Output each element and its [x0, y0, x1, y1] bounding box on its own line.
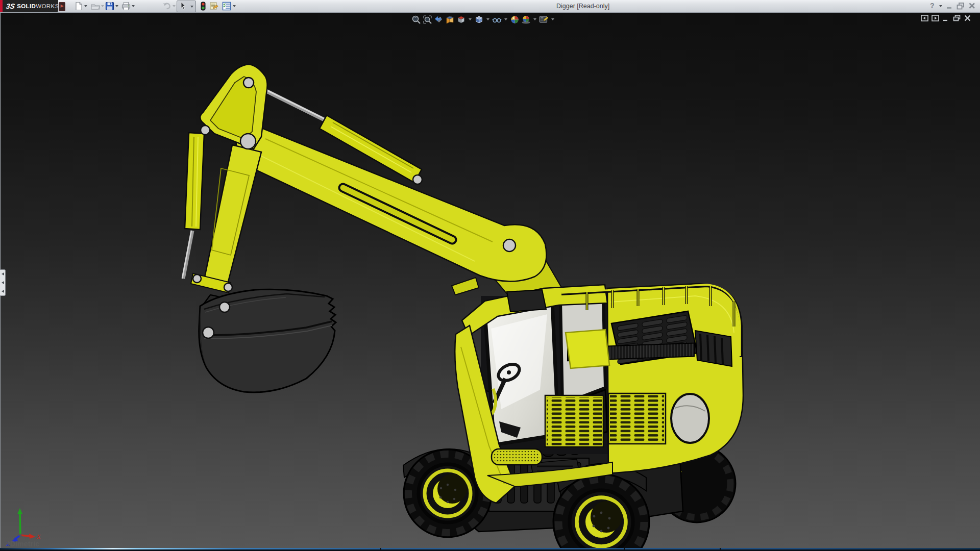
- select-cursor-icon: [179, 2, 187, 10]
- restore-button[interactable]: [957, 2, 965, 10]
- print-dropdown[interactable]: [132, 5, 135, 7]
- brand-bold: SOLID: [17, 3, 36, 9]
- help-button[interactable]: ?: [930, 2, 935, 10]
- solidworks-window: 3S SOLIDWORKS ▶: [0, 0, 980, 551]
- select-dropdown[interactable]: [190, 6, 193, 8]
- brand-light: WORKS: [36, 3, 59, 9]
- taskbar-top-edge[interactable]: [0, 548, 980, 551]
- sunroof-panel: [507, 290, 546, 312]
- traffic-light-icon[interactable]: [199, 2, 208, 11]
- options-list-icon[interactable]: [222, 2, 231, 11]
- taskbar-highlight-line: [0, 548, 980, 549]
- select-tool-active-box[interactable]: [177, 1, 196, 12]
- undo-dropdown: [173, 5, 176, 7]
- help-dropdown[interactable]: [939, 5, 942, 7]
- digger-3d-model[interactable]: [0, 12, 980, 548]
- rear-window: [671, 394, 709, 443]
- save-icon[interactable]: [105, 2, 114, 11]
- open-dropdown: [101, 5, 104, 7]
- open-folder-icon[interactable]: [91, 2, 100, 11]
- print-icon[interactable]: [121, 2, 131, 11]
- window-title: Digger [Read-only]: [556, 3, 609, 10]
- dipper-stick[interactable]: [200, 64, 267, 286]
- x-axis-arrow: [29, 534, 35, 539]
- view-orientation-label: *Dimetric: [7, 540, 39, 548]
- logo-red-stripe: [0, 0, 3, 12]
- y-axis-arrow: [17, 508, 22, 514]
- undo-icon: [162, 2, 172, 11]
- boom-root-pin: [503, 239, 516, 252]
- solidworks-logo: 3S SOLIDWORKS: [0, 0, 58, 12]
- new-dropdown[interactable]: [84, 5, 87, 7]
- minimize-button[interactable]: [946, 2, 953, 10]
- save-dropdown[interactable]: [115, 5, 118, 7]
- logo-glyph: 3S: [6, 2, 15, 10]
- logo-expand-arrow[interactable]: ▶: [59, 2, 65, 11]
- x-axis-label: X: [36, 533, 41, 540]
- boom-arm[interactable]: [236, 124, 547, 282]
- file-properties-icon[interactable]: [209, 2, 218, 11]
- new-document-icon[interactable]: [74, 2, 83, 11]
- bucket-cylinder[interactable]: [182, 133, 204, 279]
- title-bar: 3S SOLIDWORKS ▶: [0, 0, 980, 13]
- options-dropdown[interactable]: [233, 5, 236, 7]
- graphics-viewport[interactable]: X Z *Dimetric: [0, 12, 980, 548]
- close-button[interactable]: [968, 2, 976, 10]
